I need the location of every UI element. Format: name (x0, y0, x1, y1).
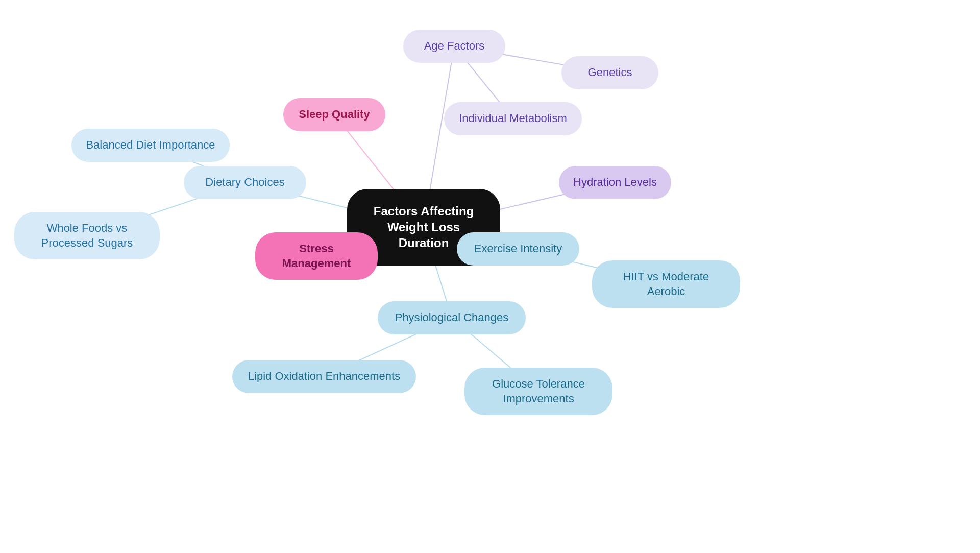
node-age-factors: Age Factors (403, 30, 505, 63)
node-lipid-oxidation: Lipid Oxidation Enhancements (232, 360, 416, 393)
balanced-diet-label: Balanced Diet Importance (86, 138, 215, 153)
node-stress-management: Stress Management (255, 232, 378, 280)
node-hiit: HIIT vs Moderate Aerobic (592, 260, 740, 308)
node-hydration-levels: Hydration Levels (559, 166, 671, 199)
glucose-tolerance-label: Glucose Tolerance Improvements (479, 377, 598, 406)
whole-foods-label: Whole Foods vs Processed Sugars (29, 221, 145, 250)
age-factors-label: Age Factors (424, 39, 485, 54)
dietary-choices-label: Dietary Choices (205, 175, 284, 190)
node-sleep-quality: Sleep Quality (283, 98, 385, 131)
physiological-changes-label: Physiological Changes (395, 310, 509, 325)
node-glucose-tolerance: Glucose Tolerance Improvements (464, 368, 612, 415)
node-genetics: Genetics (561, 56, 658, 89)
node-whole-foods: Whole Foods vs Processed Sugars (14, 212, 160, 259)
exercise-intensity-label: Exercise Intensity (474, 242, 562, 256)
node-physiological-changes: Physiological Changes (378, 301, 526, 334)
node-dietary-choices: Dietary Choices (184, 166, 306, 199)
hydration-levels-label: Hydration Levels (573, 175, 657, 190)
genetics-label: Genetics (588, 65, 632, 80)
hiit-label: HIIT vs Moderate Aerobic (606, 270, 726, 299)
stress-management-label: Stress Management (270, 242, 363, 271)
sleep-quality-label: Sleep Quality (299, 107, 370, 122)
node-balanced-diet: Balanced Diet Importance (71, 129, 230, 162)
lipid-oxidation-label: Lipid Oxidation Enhancements (248, 369, 400, 384)
node-individual-metabolism: Individual Metabolism (444, 102, 582, 135)
individual-metabolism-label: Individual Metabolism (459, 111, 567, 126)
node-exercise-intensity: Exercise Intensity (457, 232, 579, 266)
